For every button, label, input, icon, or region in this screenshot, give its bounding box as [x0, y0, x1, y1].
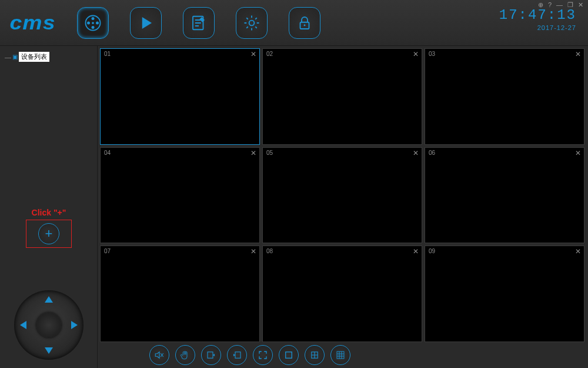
minimize-button[interactable]: — [555, 1, 564, 9]
svg-rect-12 [286, 352, 292, 359]
channel-close-button[interactable]: ✕ [575, 50, 581, 58]
channel-number: 09 [429, 248, 435, 254]
device-tree: — ▣ 设备列表 [0, 46, 97, 211]
svg-rect-14 [337, 352, 344, 359]
grid-9-icon [335, 350, 346, 360]
video-cell-04[interactable]: 04✕ [100, 147, 260, 244]
mute-icon [154, 350, 165, 360]
clock-time: 17:47:13 [499, 7, 576, 23]
channel-number: 02 [266, 51, 273, 57]
note-edit-icon [190, 14, 208, 32]
layout-1x1-button[interactable] [279, 345, 299, 365]
video-cell-03[interactable]: 03✕ [425, 48, 584, 145]
ptz-down-button[interactable] [45, 347, 53, 354]
svg-point-4 [87, 21, 90, 24]
video-cell-02[interactable]: 02✕ [262, 48, 422, 145]
video-cell-01[interactable]: 01✕ [100, 48, 260, 145]
log-button[interactable] [183, 7, 215, 39]
channel-close-button[interactable]: ✕ [250, 149, 256, 157]
film-reel-icon [84, 14, 102, 32]
hand-tool-button[interactable] [175, 345, 195, 365]
bottom-toolbar [98, 342, 588, 368]
mute-button[interactable] [149, 345, 169, 365]
svg-rect-11 [235, 352, 240, 359]
device-list-label: 设备列表 [19, 52, 49, 62]
play-icon [137, 14, 155, 32]
grid-4-icon [309, 350, 320, 360]
svg-rect-10 [208, 352, 213, 359]
channel-close-button[interactable]: ✕ [575, 149, 581, 157]
grid-1-icon [283, 350, 294, 360]
hand-icon [180, 350, 191, 360]
channel-number: 07 [104, 248, 111, 254]
channel-number: 06 [429, 150, 435, 156]
sidebar: — ▣ 设备列表 Click "+" + [0, 46, 98, 368]
fullscreen-button[interactable] [253, 345, 273, 365]
svg-point-1 [92, 17, 95, 20]
channel-close-button[interactable]: ✕ [413, 50, 419, 58]
channel-close-button[interactable]: ✕ [575, 247, 581, 256]
add-device-button[interactable]: + [38, 223, 59, 244]
video-cell-09[interactable]: 09✕ [425, 246, 584, 342]
next-page-button[interactable] [227, 345, 247, 365]
prev-page-button[interactable] [201, 345, 221, 365]
lock-button[interactable] [289, 7, 320, 39]
page-next-icon [232, 350, 242, 360]
popout-button[interactable]: ⊕ [537, 1, 544, 9]
playback-button[interactable] [130, 7, 162, 39]
live-view-button[interactable] [77, 7, 109, 39]
channel-number: 08 [266, 248, 273, 254]
close-window-button[interactable]: ✕ [577, 1, 584, 9]
ptz-right-button[interactable] [71, 321, 78, 329]
svg-point-9 [304, 24, 306, 26]
video-cell-08[interactable]: 08✕ [262, 246, 422, 342]
video-cell-07[interactable]: 07✕ [100, 246, 260, 342]
gear-icon [243, 14, 260, 32]
clock-date: 2017-12-27 [499, 24, 576, 31]
help-button[interactable]: ? [547, 1, 553, 9]
layout-2x2-button[interactable] [305, 345, 325, 365]
add-hint-frame: + [26, 220, 72, 248]
svg-point-3 [92, 26, 95, 29]
maximize-button[interactable]: ❐ [566, 1, 574, 9]
video-cell-05[interactable]: 05✕ [262, 147, 422, 244]
channel-number: 01 [104, 51, 111, 57]
svg-point-2 [96, 21, 99, 24]
header-bar: cms 17:47:13 2017-12-27 ⊕ ? — ❐ ✕ [0, 0, 588, 46]
video-grid: 01✕02✕03✕04✕05✕06✕07✕08✕09✕ [98, 46, 588, 342]
channel-close-button[interactable]: ✕ [413, 247, 419, 256]
channel-close-button[interactable]: ✕ [250, 247, 256, 256]
page-prev-icon [206, 350, 216, 360]
clock-display: 17:47:13 2017-12-27 [499, 7, 576, 31]
ptz-left-button[interactable] [20, 321, 26, 329]
channel-number: 05 [266, 150, 273, 156]
ptz-control [14, 290, 83, 360]
tree-icon: ▣ [12, 54, 18, 60]
video-cell-06[interactable]: 06✕ [425, 147, 584, 244]
lock-icon [296, 14, 313, 32]
svg-point-5 [92, 22, 94, 24]
settings-button[interactable] [236, 7, 268, 39]
channel-number: 04 [104, 150, 111, 156]
add-hint-text: Click "+" [26, 208, 72, 217]
channel-close-button[interactable]: ✕ [250, 50, 256, 58]
channel-number: 03 [429, 51, 435, 57]
app-logo: cms [9, 11, 55, 34]
ptz-up-button[interactable] [45, 296, 53, 303]
ptz-center-button[interactable] [36, 313, 61, 337]
add-device-callout: Click "+" + [26, 208, 72, 248]
window-controls: ⊕ ? — ❐ ✕ [537, 1, 584, 9]
svg-point-7 [249, 20, 255, 25]
layout-3x3-button[interactable] [330, 345, 350, 365]
content-area: 01✕02✕03✕04✕05✕06✕07✕08✕09✕ [98, 46, 588, 368]
channel-close-button[interactable]: ✕ [413, 149, 419, 157]
device-tree-root[interactable]: — ▣ 设备列表 [5, 52, 92, 62]
fullscreen-icon [258, 350, 268, 360]
